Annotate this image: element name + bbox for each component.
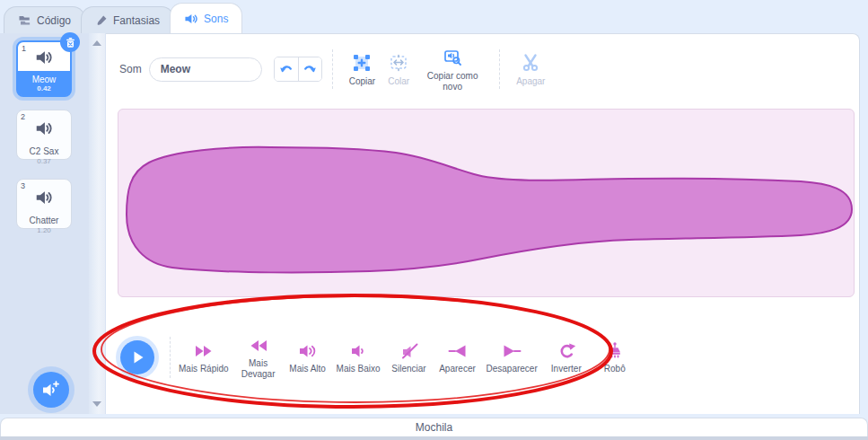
- effect-fade-out-button[interactable]: Desaparecer: [487, 341, 538, 374]
- undo-redo-group: [274, 57, 322, 82]
- sound-name-input[interactable]: [149, 57, 262, 82]
- copy-button[interactable]: Copiar: [349, 52, 375, 87]
- sound-index: 3: [21, 181, 25, 190]
- sound-list-sidebar: 1 Meow 0.42 2 C2 Sax 0.37 3 Chatt: [0, 33, 106, 414]
- add-sound-button[interactable]: [33, 372, 69, 408]
- sound-name-label: Som: [119, 63, 142, 75]
- play-icon: [128, 348, 146, 366]
- effect-label: Mais Alto: [289, 364, 326, 374]
- play-button[interactable]: [120, 340, 154, 374]
- tab-label: Fantasias: [113, 14, 160, 27]
- effect-mute-button[interactable]: Silenciar: [390, 341, 429, 374]
- sound-toolbar: Som: [106, 41, 854, 97]
- add-sound-icon: [40, 379, 62, 400]
- effects-row: Mais Rápido Mais Devagar Mais Alto Mais …: [120, 330, 639, 384]
- effect-louder-button[interactable]: Mais Alto: [288, 341, 328, 374]
- tab-fantasias[interactable]: Fantasias: [81, 6, 174, 33]
- sound-duration: 0.37: [37, 157, 51, 165]
- effect-slower-button[interactable]: Mais Devagar: [238, 336, 279, 379]
- fade-in-icon: [448, 341, 468, 361]
- tab-sons[interactable]: Sons: [170, 3, 242, 33]
- sound-duration: 1.20: [37, 226, 51, 234]
- sound-index: 2: [21, 112, 25, 121]
- backpack-bar[interactable]: Mochila: [0, 418, 868, 436]
- louder-icon: [298, 341, 318, 361]
- scroll-down-icon[interactable]: [92, 401, 101, 407]
- backpack-label: Mochila: [416, 421, 452, 434]
- sidebar-scrollbar[interactable]: [89, 33, 105, 414]
- sound-item-meow[interactable]: 1 Meow 0.42: [16, 40, 72, 97]
- effect-fade-in-button[interactable]: Aparecer: [438, 341, 478, 374]
- sound-name: C2 Sax: [30, 146, 59, 156]
- effect-label: Desaparecer: [487, 364, 538, 374]
- scissors-icon: [520, 52, 541, 74]
- waveform-canvas[interactable]: [118, 109, 855, 297]
- editor-tabbar: Código Fantasias Sons: [4, 0, 238, 33]
- speaker-icon: [34, 188, 54, 211]
- copy-as-new-label: Copiar como novo: [422, 71, 483, 92]
- sound-editor-panel: Som: [106, 33, 860, 414]
- paste-label: Colar: [388, 76, 409, 87]
- code-blocks-icon: [18, 13, 31, 27]
- delete-button[interactable]: Apagar: [516, 52, 545, 87]
- sound-duration: 0.42: [37, 84, 51, 92]
- fast-forward-icon: [194, 341, 214, 361]
- delete-label: Apagar: [516, 76, 545, 87]
- reverse-icon: [557, 341, 576, 361]
- sound-name: Chatter: [30, 216, 59, 225]
- waveform-shape: [127, 147, 852, 273]
- redo-button[interactable]: [298, 57, 321, 81]
- toolbar-divider: [499, 49, 500, 89]
- tab-label: Código: [37, 14, 71, 27]
- effect-label: Robô: [604, 364, 626, 374]
- sound-item-footer: Meow 0.42: [17, 71, 71, 95]
- speaker-icon: [34, 119, 54, 142]
- effect-reverse-button[interactable]: Inverter: [547, 341, 586, 374]
- bottom-strip: [0, 436, 868, 440]
- trash-icon: [65, 37, 76, 48]
- redo-icon: [302, 62, 317, 76]
- copy-icon: [351, 52, 373, 74]
- effect-label: Mais Rápido: [179, 364, 229, 374]
- effect-label: Mais Baixo: [337, 364, 381, 374]
- copy-label: Copiar: [349, 76, 375, 87]
- effect-label: Inverter: [551, 364, 582, 374]
- speaker-icon: [34, 48, 54, 71]
- scroll-up-icon[interactable]: [92, 40, 101, 46]
- fade-out-icon: [502, 341, 522, 361]
- sound-index: 1: [22, 44, 26, 53]
- rewind-icon: [249, 336, 268, 356]
- toolbar-divider: [332, 49, 333, 89]
- undo-icon: [279, 62, 294, 76]
- delete-sound-button[interactable]: [60, 32, 80, 52]
- copy-as-new-icon: [442, 47, 463, 68]
- effect-robot-button[interactable]: Robô: [595, 341, 635, 374]
- undo-button[interactable]: [275, 57, 298, 81]
- sound-item-c2sax[interactable]: 2 C2 Sax 0.37: [16, 110, 72, 160]
- tab-label: Sons: [204, 13, 228, 25]
- sound-name: Meow: [32, 75, 57, 84]
- effect-label: Aparecer: [439, 364, 476, 374]
- tab-codigo[interactable]: Código: [4, 6, 85, 33]
- effect-label: Silenciar: [391, 364, 425, 374]
- softer-icon: [348, 341, 368, 361]
- mute-icon: [399, 341, 419, 361]
- speaker-icon: [184, 12, 198, 26]
- robot-icon: [605, 341, 625, 361]
- paste-icon: [388, 52, 409, 74]
- effect-faster-button[interactable]: Mais Rápido: [179, 341, 229, 374]
- effect-softer-button[interactable]: Mais Baixo: [337, 341, 381, 374]
- effects-divider: [170, 337, 171, 378]
- copy-as-new-button[interactable]: Copiar como novo: [422, 47, 483, 92]
- waveform-svg: [118, 110, 855, 297]
- sound-item-chatter[interactable]: 3 Chatter 1.20: [16, 179, 72, 229]
- paintbrush-icon: [95, 14, 108, 27]
- effect-label: Mais Devagar: [238, 358, 279, 379]
- paste-button[interactable]: Colar: [388, 52, 409, 87]
